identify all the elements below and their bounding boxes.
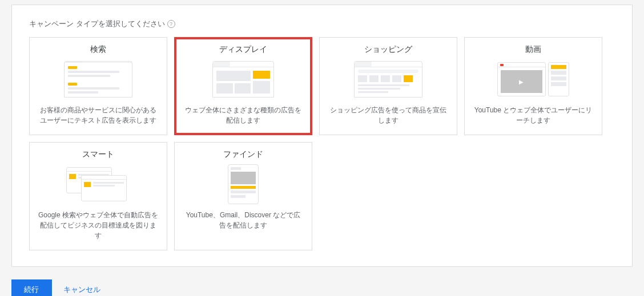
play-icon: ▶ (501, 70, 542, 93)
campaign-type-cards: 検索 (29, 37, 615, 250)
action-bar: 続行 キャンセル (0, 274, 644, 296)
card-title: ショッピング (328, 44, 449, 55)
card-title: ファインド (183, 149, 304, 160)
continue-button[interactable]: 続行 (11, 279, 52, 296)
cancel-button[interactable]: キャンセル (63, 285, 100, 295)
search-illustration (38, 59, 159, 99)
card-title: 動画 (473, 44, 594, 55)
section-title-row: キャンペーン タイプを選択してください ? (29, 19, 615, 29)
shopping-illustration (328, 59, 449, 99)
card-desc: ウェブ全体にさまざまな種類の広告を配信します (183, 105, 304, 125)
card-desc: ショッピング広告を使って商品を宣伝します (328, 105, 449, 125)
help-icon[interactable]: ? (167, 20, 175, 28)
campaign-card-video[interactable]: 動画 ▶ YouTube とウェブ全体でユーザーにリーチします (464, 37, 602, 135)
discovery-illustration (183, 164, 304, 204)
card-desc: お客様の商品やサービスに関心があるユーザーにテキスト広告を表示します (38, 105, 159, 125)
campaign-card-discovery[interactable]: ファインド YouTube、Gmail、Discover などで広告を配信します (174, 142, 312, 250)
card-desc: YouTube、Gmail、Discover などで広告を配信します (183, 210, 304, 230)
campaign-type-panel: キャンペーン タイプを選択してください ? 検索 (11, 5, 633, 267)
card-title: スマート (38, 149, 159, 160)
card-title: ディスプレイ (183, 44, 304, 55)
section-title-text: キャンペーン タイプを選択してください (29, 19, 165, 29)
campaign-card-display[interactable]: ディスプレイ (174, 37, 312, 135)
campaign-card-shopping[interactable]: ショッピング ショッピング広告を使って商品を宣伝します (319, 37, 457, 135)
display-illustration (183, 59, 304, 99)
campaign-card-search[interactable]: 検索 (29, 37, 167, 135)
card-desc: Google 検索やウェブ全体で自動広告を配信してビジネスの目標達成を図ります (38, 210, 159, 241)
campaign-card-smart[interactable]: スマート (29, 142, 167, 250)
smart-illustration (38, 164, 159, 204)
card-title: 検索 (38, 44, 159, 55)
card-desc: YouTube とウェブ全体でユーザーにリーチします (473, 105, 594, 125)
video-illustration: ▶ (473, 59, 594, 99)
